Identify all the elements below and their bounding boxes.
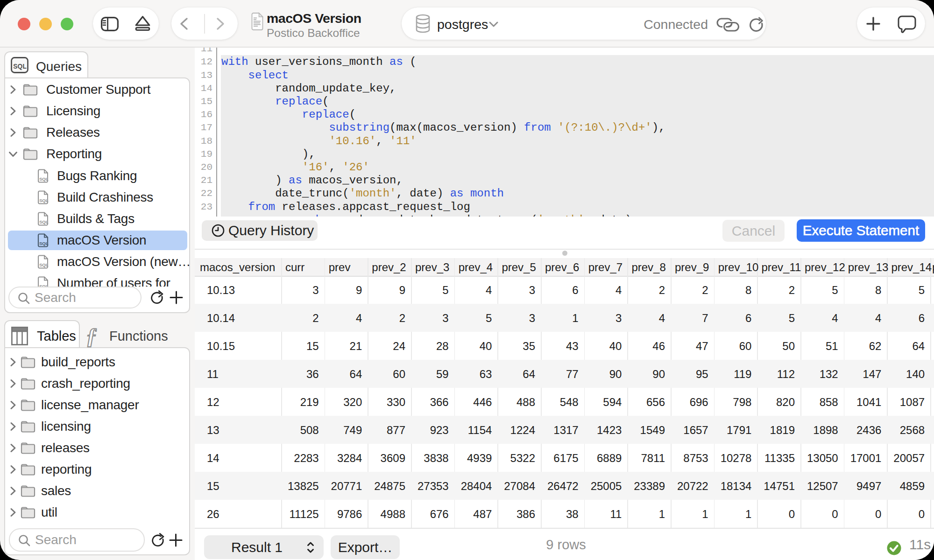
svg-text:SQL: SQL	[13, 63, 27, 70]
